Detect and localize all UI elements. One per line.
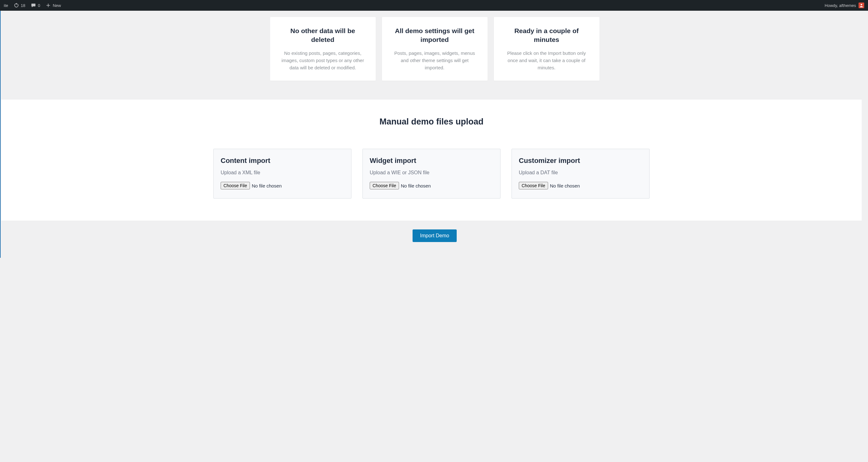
comment-icon	[31, 3, 36, 8]
upload-card-customizer: Customizer import Upload a DAT file Choo…	[512, 149, 650, 198]
info-card-desc: Please click on the Import button only o…	[503, 50, 591, 71]
upload-section: Manual demo files upload Content import …	[1, 100, 862, 221]
upload-card-hint: Upload a XML file	[221, 170, 344, 176]
info-cards-row: No other data will be deleted No existin…	[1, 11, 868, 100]
admin-bar-right[interactable]: Howdy, afthemes	[825, 2, 864, 8]
upload-card-content: Content import Upload a XML file Choose …	[213, 149, 351, 198]
admin-bar-left: ite 18 0 New	[4, 3, 61, 8]
info-card-desc: No existing posts, pages, categories, im…	[279, 50, 367, 71]
info-card-settings: All demo settings will get imported Post…	[382, 17, 488, 81]
avatar-icon	[860, 3, 863, 7]
upload-cards-row: Content import Upload a XML file Choose …	[19, 149, 844, 198]
admin-bar-site[interactable]: ite	[4, 3, 8, 8]
info-card-ready: Ready in a couple of minutes Please clic…	[494, 17, 599, 81]
upload-card-hint: Upload a DAT file	[519, 170, 642, 176]
admin-bar-comments[interactable]: 0	[31, 3, 40, 8]
upload-card-title: Widget import	[370, 157, 493, 165]
file-status: No file chosen	[401, 183, 431, 188]
import-button-wrap: Import Demo	[1, 221, 868, 258]
updates-count: 18	[21, 3, 25, 8]
plus-icon	[46, 3, 51, 8]
choose-file-button[interactable]: Choose File	[221, 182, 250, 189]
choose-file-button[interactable]: Choose File	[519, 182, 548, 189]
update-icon	[14, 3, 19, 8]
new-label: New	[53, 3, 61, 8]
avatar	[859, 2, 864, 8]
upload-card-hint: Upload a WIE or JSON file	[370, 170, 493, 176]
file-input-row: Choose File No file chosen	[221, 182, 344, 189]
admin-bar-updates[interactable]: 18	[14, 3, 25, 8]
admin-bar: ite 18 0 New Howdy, afthemes	[0, 0, 868, 11]
info-card-title: All demo settings will get imported	[391, 27, 479, 44]
upload-card-widget: Widget import Upload a WIE or JSON file …	[363, 149, 500, 198]
upload-card-title: Customizer import	[519, 157, 642, 165]
choose-file-button[interactable]: Choose File	[370, 182, 399, 189]
svg-point-0	[861, 4, 862, 5]
file-input-row: Choose File No file chosen	[519, 182, 642, 189]
content-wrap: No other data will be deleted No existin…	[0, 11, 868, 258]
info-card-title: No other data will be deleted	[279, 27, 367, 44]
admin-bar-new[interactable]: New	[46, 3, 61, 8]
file-status: No file chosen	[550, 183, 580, 188]
comments-count: 0	[38, 3, 40, 8]
upload-card-title: Content import	[221, 157, 344, 165]
file-status: No file chosen	[252, 183, 282, 188]
info-card-no-delete: No other data will be deleted No existin…	[270, 17, 376, 81]
howdy-text: Howdy, afthemes	[825, 3, 856, 8]
import-demo-button[interactable]: Import Demo	[412, 229, 457, 242]
file-input-row: Choose File No file chosen	[370, 182, 493, 189]
upload-section-title: Manual demo files upload	[19, 117, 844, 127]
info-card-desc: Posts, pages, images, widgets, menus and…	[391, 50, 479, 71]
site-label-fragment: ite	[4, 3, 8, 8]
info-card-title: Ready in a couple of minutes	[503, 27, 591, 44]
